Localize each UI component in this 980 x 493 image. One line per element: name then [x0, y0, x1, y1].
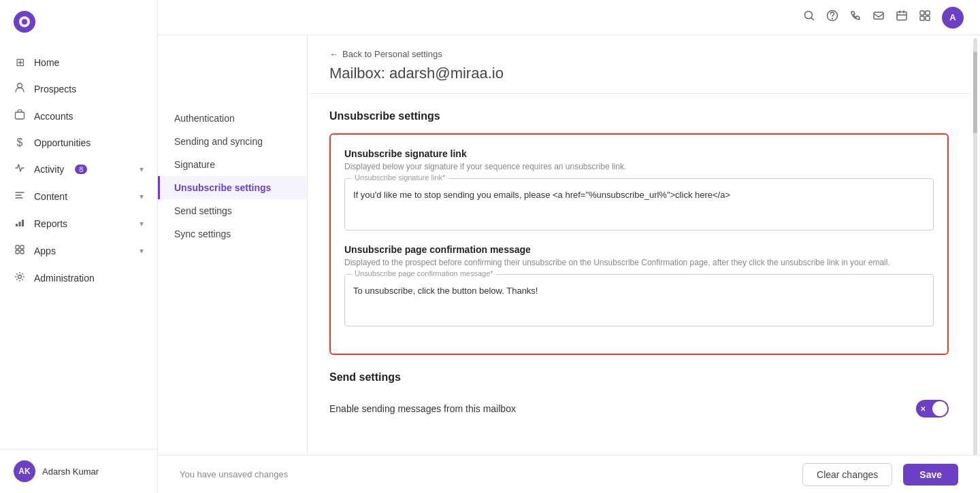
page-confirmation-textarea[interactable]: To unsubscribe, click the button below. … — [345, 275, 933, 323]
svg-rect-3 — [16, 112, 24, 119]
sidebar-item-apps-label: Apps — [34, 245, 56, 256]
reports-icon — [14, 217, 26, 231]
sidebar-item-prospects[interactable]: Prospects — [0, 75, 157, 103]
save-button[interactable]: Save — [903, 464, 958, 486]
help-icon[interactable] — [826, 10, 838, 25]
toggle-row: Enable sending messages from this mailbo… — [329, 392, 949, 426]
sidebar-item-content[interactable]: Content ▾ — [0, 183, 157, 210]
svg-rect-18 — [920, 16, 924, 20]
page-content: ← Back to Personal settings Mailbox: ada… — [308, 35, 970, 493]
svg-point-12 — [805, 12, 813, 19]
page-confirmation-input-label: Unsubscribe page confirmation message* — [352, 269, 496, 277]
settings-content: Unsubscribe settings Unsubscribe signatu… — [308, 94, 970, 483]
svg-rect-5 — [19, 222, 21, 226]
activity-chevron-icon: ▾ — [140, 165, 144, 174]
back-link[interactable]: ← Back to Personal settings — [329, 49, 949, 59]
settings-nav-authentication[interactable]: Authentication — [158, 107, 307, 130]
signature-link-wrapper: Unsubscribe signature link* If you'd lik… — [344, 178, 934, 231]
page-confirmation-wrapper: Unsubscribe page confirmation message* T… — [344, 274, 934, 326]
home-icon: ⊞ — [14, 56, 26, 69]
svg-rect-9 — [16, 250, 19, 254]
search-icon[interactable] — [803, 10, 815, 25]
svg-rect-7 — [16, 245, 19, 249]
opportunities-icon: $ — [14, 137, 26, 149]
unsaved-text: You have unsaved changes — [180, 469, 791, 479]
settings-nav-signature[interactable]: Signature — [158, 153, 307, 176]
signature-link-desc: Displayed below your signature if your s… — [344, 162, 934, 171]
settings-nav-unsubscribe[interactable]: Unsubscribe settings — [158, 176, 307, 199]
sidebar-item-apps[interactable]: Apps ▾ — [0, 237, 157, 265]
settings-nav-sync-settings[interactable]: Sync settings — [158, 222, 307, 245]
page-confirmation-field: Unsubscribe page confirmation message Di… — [344, 244, 934, 326]
toggle-switch[interactable]: ✕ — [916, 400, 949, 418]
sidebar-item-administration[interactable]: Administration — [0, 265, 157, 292]
sidebar-item-accounts[interactable]: Accounts — [0, 103, 157, 130]
email-icon[interactable] — [872, 10, 885, 25]
svg-rect-4 — [16, 224, 18, 226]
sidebar-item-reports[interactable]: Reports ▾ — [0, 210, 157, 237]
svg-rect-14 — [874, 12, 883, 19]
settings-nav-send-settings[interactable]: Send settings — [158, 199, 307, 222]
content-icon — [14, 190, 26, 203]
sidebar: ⊞ Home Prospects Accounts $ Opportunitie… — [0, 0, 158, 493]
sidebar-item-home[interactable]: ⊞ Home — [0, 49, 157, 75]
signature-link-input-label: Unsubscribe signature link* — [352, 173, 448, 182]
bottom-bar: You have unsaved changes Clear changes S… — [158, 455, 980, 493]
sidebar-item-prospects-label: Prospects — [34, 84, 76, 95]
apps-chevron-icon: ▾ — [140, 246, 144, 256]
svg-rect-17 — [926, 11, 930, 15]
sidebar-item-activity-label: Activity — [34, 164, 64, 175]
svg-point-1 — [22, 19, 27, 24]
main-area: A Authentication Sending and syncing Sig… — [158, 0, 980, 493]
scrollbar-track[interactable] — [973, 38, 977, 490]
toggle-label: Enable sending messages from this mailbo… — [329, 403, 516, 414]
user-avatar: AK — [14, 460, 35, 482]
prospects-icon — [14, 82, 26, 96]
user-name: Adarsh Kumar — [42, 466, 99, 477]
unsubscribe-box: Unsubscribe signature link Displayed bel… — [329, 133, 949, 355]
svg-rect-8 — [20, 245, 24, 249]
sidebar-item-accounts-label: Accounts — [34, 111, 74, 122]
toggle-x-icon: ✕ — [920, 405, 926, 413]
sidebar-item-opportunities[interactable]: $ Opportunities — [0, 130, 157, 156]
header-user-avatar[interactable]: A — [942, 7, 964, 29]
top-header: A — [158, 0, 980, 35]
svg-rect-10 — [20, 250, 24, 254]
content-chevron-icon: ▾ — [140, 192, 144, 201]
sidebar-item-reports-label: Reports — [34, 218, 67, 229]
page-header: ← Back to Personal settings Mailbox: ada… — [308, 35, 970, 94]
signature-link-textarea[interactable]: If you'd like me to stop sending you ema… — [345, 179, 933, 227]
back-link-label: Back to Personal settings — [342, 49, 442, 59]
svg-rect-19 — [926, 16, 930, 20]
activity-badge: 8 — [75, 165, 87, 174]
user-profile[interactable]: AK Adarsh Kumar — [0, 449, 157, 493]
app-logo — [14, 11, 35, 33]
settings-sidebar: Authentication Sending and syncing Signa… — [158, 35, 308, 493]
administration-icon — [14, 271, 26, 285]
sidebar-item-administration-label: Administration — [34, 273, 95, 284]
calendar-icon[interactable] — [896, 10, 908, 25]
sidebar-nav: ⊞ Home Prospects Accounts $ Opportunitie… — [0, 44, 157, 449]
reports-chevron-icon: ▾ — [140, 219, 144, 228]
apps-icon — [14, 244, 26, 258]
scrollbar-thumb[interactable] — [973, 52, 977, 133]
sidebar-item-home-label: Home — [34, 57, 59, 68]
page-confirmation-desc: Displayed to the prospect before confirm… — [344, 258, 934, 267]
activity-icon — [14, 163, 26, 176]
settings-nav-sending-syncing[interactable]: Sending and syncing — [158, 130, 307, 153]
content-area: Authentication Sending and syncing Signa… — [158, 35, 980, 493]
grid-icon[interactable] — [919, 10, 931, 25]
page-title-prefix: Mailbox: — [329, 65, 385, 82]
svg-rect-16 — [920, 11, 924, 15]
sidebar-item-activity[interactable]: Activity 8 ▾ — [0, 156, 157, 183]
accounts-icon — [14, 109, 26, 123]
page-title: Mailbox: adarsh@miraa.io — [329, 65, 949, 82]
clear-changes-button[interactable]: Clear changes — [802, 463, 892, 486]
sidebar-item-content-label: Content — [34, 191, 67, 202]
sidebar-item-opportunities-label: Opportunities — [34, 137, 91, 148]
back-arrow-icon: ← — [329, 49, 338, 59]
signature-link-label: Unsubscribe signature link — [344, 148, 934, 159]
logo-area — [0, 0, 157, 44]
page-confirmation-label: Unsubscribe page confirmation message — [344, 244, 934, 255]
phone-icon[interactable] — [849, 10, 862, 25]
